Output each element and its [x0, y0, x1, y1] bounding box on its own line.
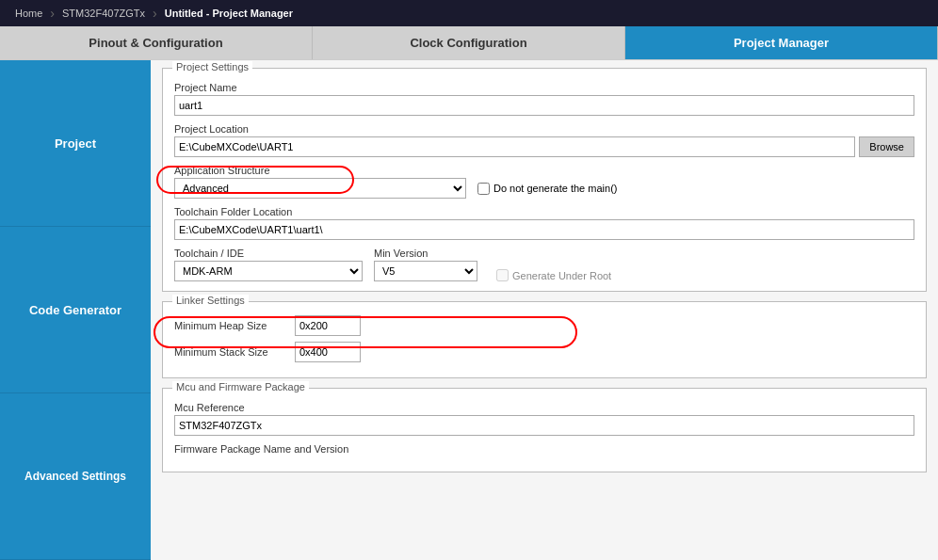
min-version-group: Min Version V5 [374, 248, 477, 281]
app-structure-select[interactable]: Advanced [174, 178, 466, 199]
do-not-generate-label: Do not generate the main() [493, 183, 617, 194]
breadcrumb-current: Untitled - Project Manager [157, 8, 300, 19]
project-location-row: Project Location Browse [174, 123, 914, 157]
tab-pinout[interactable]: Pinout & Configuration [0, 26, 313, 59]
generate-root-checkbox[interactable] [496, 269, 509, 281]
app-structure-label: Application Structure [174, 165, 466, 176]
sidebar: Project Code Generator Advanced Settings [0, 60, 151, 560]
mcu-reference-row: Mcu Reference [174, 402, 914, 436]
project-name-row: Project Name [174, 82, 914, 116]
toolchain-folder-input[interactable] [174, 219, 914, 240]
do-not-generate-row: Do not generate the main() [477, 183, 617, 195]
app-structure-group: Application Structure Advanced [174, 165, 466, 199]
min-stack-input[interactable] [295, 342, 361, 362]
breadcrumb-chip[interactable]: STM32F407ZGTx [55, 8, 153, 19]
min-heap-row: Minimum Heap Size [174, 315, 914, 336]
toolchain-ide-select[interactable]: MDK-ARM [174, 261, 363, 281]
project-settings-box: Project Settings Project Name Project Lo… [162, 68, 927, 292]
firmware-package-label: Firmware Package Name and Version [174, 443, 914, 455]
do-not-generate-checkbox[interactable] [477, 183, 490, 195]
generate-root-label: Generate Under Root [512, 270, 611, 281]
min-stack-row: Minimum Stack Size [174, 342, 914, 362]
min-heap-input[interactable] [295, 315, 361, 336]
toolchain-folder-label: Toolchain Folder Location [174, 206, 914, 217]
mcu-firmware-title: Mcu and Firmware Package [172, 381, 309, 392]
generate-root-row: Generate Under Root [496, 269, 611, 281]
tab-project-manager[interactable]: Project Manager [625, 26, 938, 59]
content-wrapper: Project Settings Project Name Project Lo… [162, 68, 927, 472]
sidebar-item-advanced-settings[interactable]: Advanced Settings [0, 393, 151, 560]
min-version-label: Min Version [374, 248, 477, 259]
toolchain-ide-group: Toolchain / IDE MDK-ARM [174, 248, 363, 281]
project-location-input[interactable] [174, 136, 855, 157]
breadcrumb-home[interactable]: Home [8, 8, 50, 19]
main-layout: Project Code Generator Advanced Settings… [0, 60, 938, 560]
sidebar-item-code-generator[interactable]: Code Generator [0, 227, 151, 393]
min-stack-label: Minimum Stack Size [174, 346, 287, 358]
project-location-label: Project Location [174, 123, 914, 135]
mcu-firmware-box: Mcu and Firmware Package Mcu Reference F… [162, 388, 927, 472]
project-settings-title: Project Settings [172, 61, 252, 72]
project-name-label: Project Name [174, 82, 914, 93]
browse-button[interactable]: Browse [859, 136, 914, 157]
tab-bar: Pinout & Configuration Clock Configurati… [0, 26, 938, 60]
project-name-input[interactable] [174, 95, 914, 116]
app-structure-row: Application Structure Advanced Do not ge… [174, 165, 914, 199]
firmware-package-row: Firmware Package Name and Version [174, 443, 914, 455]
mcu-reference-label: Mcu Reference [174, 402, 914, 413]
mcu-reference-input[interactable] [174, 415, 914, 436]
project-location-input-row: Browse [174, 136, 914, 157]
sidebar-item-project[interactable]: Project [0, 60, 151, 227]
min-heap-label: Minimum Heap Size [174, 320, 287, 331]
toolchain-folder-row: Toolchain Folder Location [174, 206, 914, 240]
toolchain-ide-label: Toolchain / IDE [174, 248, 363, 259]
top-nav: Home › STM32F407ZGTx › Untitled - Projec… [0, 0, 938, 26]
tab-clock[interactable]: Clock Configuration [313, 26, 625, 59]
linker-settings-box: Linker Settings Minimum Heap Size Minimu… [162, 301, 927, 378]
toolchain-ide-row: Toolchain / IDE MDK-ARM Min Version V5 [174, 248, 914, 281]
linker-settings-title: Linker Settings [172, 295, 249, 306]
min-version-select[interactable]: V5 [374, 261, 477, 281]
content-area: Project Settings Project Name Project Lo… [151, 60, 938, 560]
